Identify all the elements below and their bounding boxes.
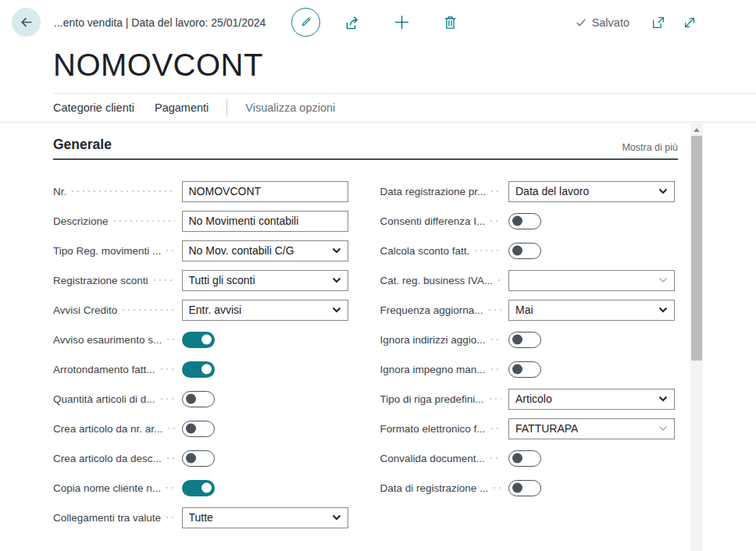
chevron-down-icon <box>658 307 668 313</box>
plus-icon <box>393 13 411 31</box>
field-control: Mai <box>508 300 675 321</box>
toggle-knob <box>186 394 196 404</box>
edit-button[interactable] <box>291 8 320 37</box>
vertical-scrollbar[interactable] <box>690 123 703 551</box>
scrollbar-up-button[interactable] <box>690 123 703 136</box>
field-grid: Nr.DescrizioneTipo Reg. movimenti ...No … <box>53 176 675 532</box>
field-row: Tipo Reg. movimenti ...No Mov. contabili… <box>53 236 348 265</box>
field-control <box>508 243 675 259</box>
share-button[interactable] <box>344 14 362 31</box>
dotted-leader <box>491 339 501 340</box>
new-button[interactable] <box>393 13 411 31</box>
field-label-consenti-differenza-i: Consenti differenza I... <box>380 215 486 227</box>
chevron-down-icon <box>658 188 668 194</box>
dropdown-tipo-di-riga-predefini[interactable]: Articolo <box>508 389 675 410</box>
field-row: Tipo di riga predefini...Articolo <box>380 384 676 414</box>
combobox-cat-reg-business-iva[interactable] <box>508 270 675 291</box>
field-control: Articolo <box>508 389 675 410</box>
field-label-descrizione: Descrizione <box>53 215 109 227</box>
section-title[interactable]: Generale <box>53 137 112 153</box>
field-label-formato-elettronico-f: Formato elettronico f... <box>380 423 486 435</box>
scrollbar-thumb[interactable] <box>691 136 702 361</box>
open-in-window-button[interactable] <box>651 15 666 30</box>
dropdown-avvisi-credito[interactable]: Entr. avvisi <box>182 300 348 321</box>
dotted-leader <box>154 279 175 281</box>
chevron-down-icon <box>332 307 341 313</box>
field-control <box>182 421 348 437</box>
field-row: Crea articolo da desc... <box>53 443 348 473</box>
dotted-leader <box>161 398 175 400</box>
trash-icon <box>442 14 458 30</box>
field-column-left: Nr.DescrizioneTipo Reg. movimenti ...No … <box>53 176 348 532</box>
input-nr[interactable] <box>182 181 348 202</box>
field-label-tipo-reg-movimenti: Tipo Reg. movimenti ... <box>53 245 161 257</box>
dotted-leader <box>475 250 501 251</box>
selected-value: No Mov. contabili C/G <box>189 244 294 257</box>
share-icon <box>344 14 362 31</box>
field-label-arrotondamento-fatt: Arrotondamento fatt... <box>53 364 155 375</box>
field-label-avvisi-credito: Avvisi Credito <box>53 304 117 316</box>
field-label-frequenza-aggiorna: Frequenza aggiorna... <box>380 304 483 316</box>
back-button[interactable] <box>12 8 41 37</box>
field-row: Calcola sconto fatt. <box>380 236 676 265</box>
field-control: Entr. avvisi <box>182 300 348 321</box>
chevron-down-icon <box>658 277 668 283</box>
toggle-convalida-document[interactable] <box>508 450 541 467</box>
field-row: Arrotondamento fatt... <box>53 354 348 384</box>
dropdown-tipo-reg-movimenti[interactable]: No Mov. contabili C/G <box>182 240 348 261</box>
field-row: Frequenza aggiorna...Mai <box>380 295 676 325</box>
toggle-arrotondamento-fatt[interactable] <box>182 361 215 378</box>
toggle-knob <box>186 424 196 434</box>
show-more-link[interactable]: Mostra di più <box>622 142 678 153</box>
field-label-quantit-articoli-di-d: Quantità articoli di d... <box>53 393 155 405</box>
field-control <box>508 361 675 378</box>
selected-value: FATTURAPA <box>515 422 578 435</box>
dropdown-registrazione-sconti[interactable]: Tutti gli sconti <box>182 270 348 291</box>
breadcrumb[interactable]: ...ento vendita | Data del lavoro: 25/01… <box>54 16 266 29</box>
toggle-knob <box>512 483 522 493</box>
fit-to-window-button[interactable] <box>682 15 697 30</box>
field-row: Quantità articoli di d... <box>53 384 348 414</box>
delete-button[interactable] <box>442 14 458 30</box>
field-label-nr: Nr. <box>53 186 66 197</box>
toggle-ignora-impegno-man[interactable] <box>508 361 541 378</box>
toggle-consenti-differenza-i[interactable] <box>508 213 541 229</box>
selected-value: Tutte <box>189 511 213 524</box>
menu-item-categorie-clienti[interactable]: Categorie clienti <box>53 101 134 114</box>
toggle-calcola-sconto-fatt[interactable] <box>508 243 541 259</box>
menu-bar: Categorie clienti Pagamenti Visualizza o… <box>0 93 756 123</box>
dropdown-frequenza-aggiorna[interactable]: Mai <box>508 300 675 321</box>
toggle-knob <box>512 335 522 345</box>
toggle-data-di-registrazione[interactable] <box>508 480 541 496</box>
dropdown-data-registrazione-pr[interactable]: Data del lavoro <box>508 181 675 202</box>
page-title: NOMOVCONT <box>53 45 756 84</box>
field-control <box>182 480 348 496</box>
dotted-leader <box>167 457 175 459</box>
menu-item-pagamenti[interactable]: Pagamenti <box>155 101 209 114</box>
selected-value: Tutti gli sconti <box>189 274 255 286</box>
field-control <box>182 332 348 348</box>
toggle-avviso-esaurimento-s[interactable] <box>182 332 215 348</box>
pencil-icon <box>298 15 313 30</box>
dotted-leader <box>72 190 174 192</box>
input-descrizione[interactable] <box>182 211 348 232</box>
field-control: Data del lavoro <box>508 181 675 202</box>
combobox-formato-elettronico-f[interactable]: FATTURAPA <box>508 418 675 439</box>
toggle-quantit-articoli-di-d[interactable] <box>182 391 215 407</box>
dotted-leader <box>490 398 501 400</box>
toggle-copia-nome-cliente-n[interactable] <box>182 480 215 496</box>
field-control <box>508 270 675 291</box>
toggle-crea-articolo-da-desc[interactable] <box>182 450 215 467</box>
field-control <box>508 450 675 467</box>
toggle-knob <box>201 335 212 345</box>
dotted-leader <box>491 428 501 429</box>
dropdown-collegamenti-tra-valute[interactable]: Tutte <box>182 507 348 528</box>
toggle-crea-articolo-da-nr-ar[interactable] <box>182 421 215 437</box>
toggle-ignora-indirizzi-aggio[interactable] <box>508 332 541 348</box>
field-row: Descrizione <box>53 206 348 236</box>
menu-item-visualizza-opzioni[interactable]: Visualizza opzioni <box>245 101 335 114</box>
save-status-label: Salvato <box>592 16 629 29</box>
field-row: Data registrazione pr...Data del lavoro <box>380 176 676 206</box>
field-row: Ignora impegno man... <box>380 354 676 384</box>
field-row: Collegamenti tra valuteTutte <box>53 503 348 532</box>
